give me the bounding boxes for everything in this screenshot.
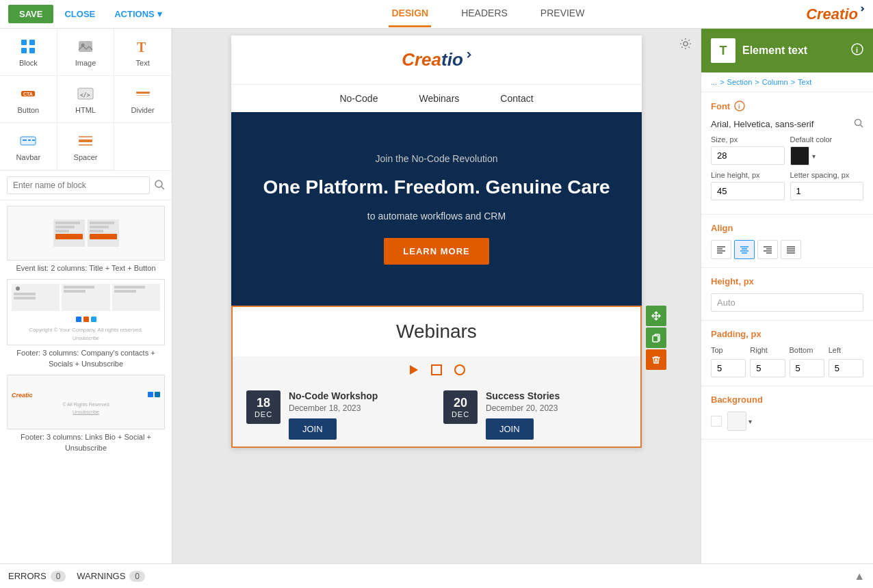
nav-contact[interactable]: Contact [500, 93, 533, 104]
hero-cta-button[interactable]: LEARN MORE [384, 238, 488, 265]
webinar-title-1: Success Stories [486, 390, 627, 401]
tool-image[interactable]: Image [57, 29, 115, 76]
svg-rect-28 [653, 336, 658, 342]
padding-section-title: Padding, px [711, 329, 863, 339]
block-search-area [0, 171, 172, 200]
status-toggle-button[interactable]: ▲ [854, 570, 865, 583]
svg-point-33 [855, 120, 861, 126]
circle-icon [453, 363, 467, 377]
block-preview-footer-links[interactable]: Creatio © All Rights Reserved Unsubscrib… [7, 375, 165, 453]
svg-rect-2 [21, 48, 27, 53]
search-input[interactable] [7, 176, 150, 194]
svg-text:i: i [738, 103, 740, 110]
tool-html[interactable]: </> HTML [57, 76, 115, 123]
background-color-swatch[interactable] [727, 412, 746, 431]
webinar-title-0: No-Code Workshop [289, 390, 430, 401]
warnings-label: WARNINGS [77, 571, 125, 581]
padding-left-label: Left [829, 346, 863, 354]
block-preview-event-list[interactable]: Event list: 2 columns: Title + Text + Bu… [7, 206, 165, 273]
svg-point-20 [155, 181, 162, 187]
errors-group[interactable]: ERRORS 0 [8, 571, 66, 582]
color-swatch[interactable] [790, 146, 809, 165]
background-color-row: ▾ [727, 412, 752, 431]
align-left-button[interactable] [711, 240, 731, 259]
line-height-input[interactable] [711, 182, 785, 200]
tool-button[interactable]: CTA Button [0, 76, 57, 123]
line-height-label: Line height, px [711, 171, 785, 179]
tool-spacer[interactable]: Spacer [57, 123, 115, 170]
search-icon [154, 179, 165, 190]
search-button[interactable] [154, 179, 165, 192]
align-justify-button[interactable] [781, 240, 801, 259]
webinar-date-text-0: December 18, 2023 [289, 403, 430, 413]
email-hero-section: Join the No-Code Revolution One Platform… [231, 112, 642, 306]
font-search-button[interactable] [854, 118, 863, 130]
webinar-events-row: 18 DEC No-Code Workshop December 18, 202… [233, 384, 640, 446]
webinars-section[interactable]: Webinars [231, 306, 642, 448]
tab-bar: DESIGN HEADERS PREVIEW [173, 1, 803, 27]
background-section-title: Background [711, 395, 863, 405]
close-button[interactable]: CLOSE [56, 5, 103, 23]
padding-bottom-input[interactable] [790, 359, 824, 377]
info-icon[interactable]: i [851, 43, 863, 58]
align-center-button[interactable] [734, 240, 755, 259]
background-color-arrow[interactable]: ▾ [748, 418, 752, 425]
tool-navbar[interactable]: Navbar [0, 123, 57, 170]
padding-left-input[interactable] [829, 359, 863, 377]
svg-rect-4 [79, 41, 92, 52]
height-input[interactable] [711, 293, 863, 312]
font-family-row: Arial, Helvetica, sans-serif [711, 118, 863, 130]
canvas-area[interactable]: Creatio No-Code Webinars Contact Join th… [172, 29, 701, 563]
tab-design[interactable]: DESIGN [389, 1, 431, 27]
background-checkbox[interactable] [711, 416, 722, 427]
padding-right-input[interactable] [750, 359, 785, 377]
move-element-button[interactable] [646, 306, 666, 326]
delete-element-button[interactable] [646, 349, 666, 370]
align-buttons [711, 240, 863, 259]
breadcrumb-column[interactable]: Column [762, 78, 788, 86]
email-canvas: Creatio No-Code Webinars Contact Join th… [231, 36, 642, 448]
hero-subtitle: Join the No-Code Revolution [259, 153, 614, 164]
divider-icon [133, 84, 153, 103]
nav-webinars[interactable]: Webinars [419, 93, 459, 104]
size-field: Size, px [711, 135, 785, 165]
size-input[interactable] [711, 146, 785, 165]
webinar-join-button-0[interactable]: JOIN [289, 418, 337, 440]
font-info-icon[interactable]: i [734, 101, 745, 111]
tool-divider-label: Divider [131, 106, 155, 114]
align-right-button[interactable] [757, 240, 778, 259]
tool-divider[interactable]: Divider [114, 76, 172, 123]
svg-rect-17 [79, 139, 92, 142]
errors-badge: 0 [51, 571, 66, 582]
chevron-down-icon: ▾ [157, 9, 162, 19]
padding-top-input[interactable] [711, 359, 746, 377]
tool-block[interactable]: Block [0, 29, 57, 76]
play-icon [406, 363, 420, 377]
warnings-group[interactable]: WARNINGS 0 [77, 571, 145, 582]
copy-element-button[interactable] [646, 328, 666, 348]
letter-spacing-input[interactable] [790, 182, 864, 200]
font-section-title: Font i [711, 101, 863, 111]
padding-top-item: Top [711, 346, 746, 377]
save-button[interactable]: SAVE [8, 5, 53, 23]
actions-button[interactable]: ACTIONS ▾ [106, 5, 170, 23]
svg-rect-0 [21, 40, 27, 45]
status-bar: ERRORS 0 WARNINGS 0 ▲ [0, 563, 873, 588]
svg-rect-12 [136, 95, 150, 96]
breadcrumb-section[interactable]: Section [727, 78, 753, 86]
canvas-settings-button[interactable] [679, 37, 692, 53]
svg-text:</>: </> [80, 92, 90, 98]
tool-block-label: Block [19, 59, 38, 67]
color-dropdown-arrow[interactable]: ▾ [812, 152, 816, 160]
spacer-icon [76, 131, 95, 150]
image-icon [76, 37, 95, 56]
nav-no-code[interactable]: No-Code [339, 93, 378, 104]
block-preview-footer-contacts[interactable]: Copyright © Your Company. All rights res… [7, 279, 165, 369]
tab-headers[interactable]: HEADERS [458, 1, 510, 27]
tool-text[interactable]: T Text [114, 29, 172, 76]
breadcrumb-dots[interactable]: ... [711, 78, 717, 86]
line-height-letter-spacing-row: Line height, px Letter spacing, px [711, 171, 863, 200]
svg-text:T: T [137, 40, 146, 55]
tab-preview[interactable]: PREVIEW [538, 1, 588, 27]
webinar-join-button-1[interactable]: JOIN [486, 418, 534, 440]
